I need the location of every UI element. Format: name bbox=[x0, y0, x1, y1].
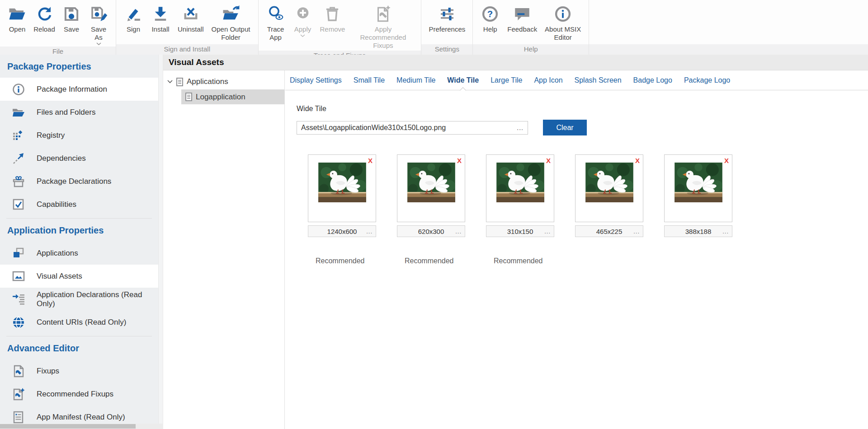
sidebar-item-label: Capabilities bbox=[37, 200, 76, 209]
sidebar-item-package-declarations[interactable]: Package Declarations bbox=[0, 170, 158, 193]
sidebar-item-package-information[interactable]: Package Information bbox=[0, 78, 158, 101]
help-button[interactable]: ? Help bbox=[476, 3, 504, 34]
apply-recommended-fixups-button[interactable]: Apply Recommended Fixups bbox=[349, 3, 417, 51]
dependency-arrow-icon bbox=[12, 152, 25, 165]
remove-tile-icon[interactable]: X bbox=[368, 157, 373, 164]
button-label: Reload bbox=[33, 25, 55, 33]
button-label: About MSIX Editor bbox=[544, 25, 581, 42]
tile-size-button[interactable]: 620x300 ... bbox=[397, 225, 465, 237]
sidebar-item-recommended-fixups[interactable]: Recommended Fixups bbox=[0, 382, 158, 406]
navigation-sidebar: Package Properties Package Information F… bbox=[0, 55, 158, 424]
tile-image-card: X bbox=[308, 154, 376, 222]
install-button[interactable]: Install bbox=[147, 3, 174, 34]
sidebar-item-label: App Manifest (Read Only) bbox=[37, 413, 125, 422]
chevron-down-icon bbox=[167, 80, 173, 84]
tile-preview-465x225: X 465x225 ... bbox=[575, 154, 643, 266]
button-label: Remove bbox=[320, 25, 345, 33]
tab-large-tile[interactable]: Large Tile bbox=[491, 76, 522, 84]
sidebar-item-applications[interactable]: Applications bbox=[0, 242, 158, 265]
apply-button[interactable]: Apply bbox=[289, 3, 316, 38]
tab-small-tile[interactable]: Small Tile bbox=[354, 76, 385, 84]
sidebar-item-content-uris[interactable]: Content URIs (Read Only) bbox=[0, 311, 158, 334]
clear-button[interactable]: Clear bbox=[543, 120, 587, 135]
trash-icon bbox=[322, 4, 342, 24]
tab-wide-tile[interactable]: Wide Tile bbox=[447, 76, 479, 84]
sidebar-item-fixups[interactable]: Fixups bbox=[0, 359, 158, 382]
wide-tile-section: Wide Tile Assets\LogapplicationWide310x1… bbox=[285, 90, 868, 266]
tile-size-button[interactable]: 388x188 ... bbox=[664, 225, 732, 237]
picture-icon bbox=[12, 270, 25, 283]
page-wrench-icon bbox=[12, 364, 25, 378]
remove-button[interactable]: Remove bbox=[316, 3, 349, 34]
asset-path-input[interactable]: Assets\LogapplicationWide310x150Logo.png… bbox=[297, 121, 528, 135]
ribbon-group-label: Help bbox=[473, 44, 589, 55]
page-title: Visual Assets bbox=[163, 55, 868, 70]
save-as-icon bbox=[89, 4, 108, 24]
about-msix-editor-button[interactable]: About MSIX Editor bbox=[541, 3, 585, 42]
horizontal-scrollbar[interactable] bbox=[0, 424, 163, 429]
sidebar-item-app-manifest[interactable]: App Manifest (Read Only) bbox=[0, 406, 158, 424]
tab-badge-logo[interactable]: Badge Logo bbox=[633, 76, 672, 84]
remove-tile-icon[interactable]: X bbox=[724, 157, 729, 164]
recommended-label: Recommended bbox=[397, 257, 465, 266]
open-button[interactable]: Open bbox=[4, 3, 31, 34]
sidebar-item-label: Registry bbox=[37, 131, 65, 140]
tile-size-label: 620x300 bbox=[418, 228, 444, 235]
sidebar-item-visual-assets[interactable]: Visual Assets bbox=[0, 265, 158, 288]
ellipsis-icon: ... bbox=[633, 228, 640, 235]
trace-app-button[interactable]: Trace App bbox=[262, 3, 289, 42]
tile-size-label: 1240x600 bbox=[327, 228, 357, 235]
help-question-icon: ? bbox=[480, 4, 500, 24]
sidebar-item-application-declarations[interactable]: Application Declarations (Read Only) bbox=[0, 288, 158, 311]
reload-button[interactable]: Reload bbox=[31, 3, 58, 34]
chevron-down-icon bbox=[96, 42, 101, 46]
feedback-button[interactable]: Feedback bbox=[504, 3, 541, 34]
button-label: Save bbox=[64, 25, 79, 33]
save-button[interactable]: Save bbox=[58, 3, 85, 34]
button-label: Sign bbox=[127, 25, 140, 33]
remove-tile-icon[interactable]: X bbox=[546, 157, 551, 164]
open-output-folder-icon bbox=[221, 4, 241, 24]
button-label: Preferences bbox=[429, 25, 465, 33]
asset-path-value: Assets\LogapplicationWide310x150Logo.png bbox=[301, 124, 514, 132]
preferences-button[interactable]: Preferences bbox=[425, 3, 469, 34]
tile-size-button[interactable]: 465x225 ... bbox=[575, 225, 643, 237]
apply-plus-icon bbox=[293, 4, 313, 24]
recommended-label bbox=[664, 257, 732, 266]
tile-size-button[interactable]: 310x150 ... bbox=[486, 225, 554, 237]
tree-node-label: Applications bbox=[187, 77, 228, 86]
button-label: Open bbox=[9, 25, 26, 33]
install-arrow-icon bbox=[151, 4, 170, 24]
uninstall-button[interactable]: Uninstall bbox=[174, 3, 208, 34]
tree-node-applications[interactable]: Applications bbox=[163, 74, 284, 89]
sidebar-scrollbar-track[interactable] bbox=[158, 55, 163, 424]
horizontal-scrollbar-thumb[interactable] bbox=[0, 424, 136, 429]
tab-app-icon[interactable]: App Icon bbox=[534, 76, 562, 84]
remove-tile-icon[interactable]: X bbox=[457, 157, 462, 164]
tab-medium-tile[interactable]: Medium Tile bbox=[396, 76, 435, 84]
button-label: Open Output Folder bbox=[211, 25, 251, 42]
sidebar-item-registry[interactable]: Registry bbox=[0, 124, 158, 147]
ribbon-group-settings: Preferences Settings bbox=[421, 0, 473, 55]
tile-preview-1240x600: X 1240x600 ... Recommended bbox=[308, 154, 376, 266]
tile-size-button[interactable]: 1240x600 ... bbox=[308, 225, 376, 237]
tree-node-logapplication[interactable]: Logapplication bbox=[181, 89, 284, 104]
dove-image bbox=[675, 163, 722, 202]
asset-path-row: Assets\LogapplicationWide310x150Logo.png… bbox=[297, 120, 868, 135]
sidebar-item-files-and-folders[interactable]: Files and Folders bbox=[0, 101, 158, 124]
open-output-folder-button[interactable]: Open Output Folder bbox=[208, 3, 255, 42]
info-icon bbox=[12, 83, 25, 96]
tab-splash-screen[interactable]: Splash Screen bbox=[575, 76, 622, 84]
save-as-button[interactable]: Save As bbox=[85, 3, 112, 47]
sign-button[interactable]: Sign bbox=[120, 3, 147, 34]
tile-preview-388x188: X 388x188 ... bbox=[664, 154, 732, 266]
sidebar-item-label: Fixups bbox=[37, 367, 59, 376]
sidebar-item-label: Dependencies bbox=[37, 154, 86, 163]
remove-tile-icon[interactable]: X bbox=[635, 157, 640, 164]
sign-pencil-icon bbox=[123, 4, 143, 24]
browse-ellipsis-icon[interactable]: ... bbox=[514, 124, 524, 131]
tab-package-logo[interactable]: Package Logo bbox=[684, 76, 730, 84]
sidebar-item-dependencies[interactable]: Dependencies bbox=[0, 147, 158, 170]
sidebar-item-capabilities[interactable]: Capabilities bbox=[0, 193, 158, 216]
tab-display-settings[interactable]: Display Settings bbox=[290, 76, 342, 84]
